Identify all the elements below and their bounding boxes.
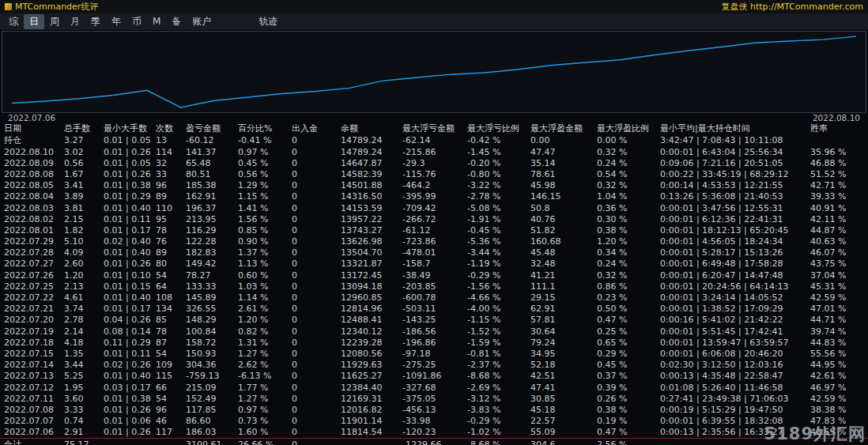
titlebar: MTCommander统评 复盘侠 http://MTCommander.com — [0, 0, 868, 13]
titlebar-website-link[interactable]: 复盘侠 http://MTCommander.com — [721, 0, 863, 13]
equity-curve-svg — [2, 32, 866, 112]
column-header-2[interactable]: 总手数 — [60, 123, 100, 134]
table-row[interactable]: 2022.07.121.950.03 | 0.1766215.091.77 %0… — [0, 382, 868, 393]
column-header-4[interactable]: 次数 — [152, 123, 182, 134]
menu-item-4[interactable]: 月 — [65, 14, 85, 29]
menu-item-2[interactable]: 日 — [24, 14, 44, 29]
column-header-3[interactable]: 最小大手数 — [100, 123, 152, 134]
column-header-13[interactable]: 最小平均|最大持仓时间 — [656, 123, 806, 134]
menu-item-1[interactable]: 综 — [3, 14, 24, 29]
table-row[interactable]: 2022.07.284.090.01 | 0.4089182.831.37 %0… — [0, 247, 868, 258]
menu-item-5[interactable]: 季 — [85, 14, 106, 29]
menu-item-9[interactable]: 备 — [166, 14, 187, 29]
app-title: MTCommander统评 — [15, 0, 98, 13]
table-row[interactable]: 2022.08.090.560.01 | 0.053265.480.45 %01… — [0, 157, 868, 168]
table-row[interactable]: 2022.07.151.350.01 | 0.1154150.931.27 %0… — [0, 348, 868, 359]
menu-item-11[interactable]: 轨迹 — [253, 14, 283, 29]
column-header-14[interactable]: 胜率 — [806, 123, 868, 134]
table-row[interactable]: 2022.07.202.780.04 | 0.2685148.291.20 %0… — [0, 315, 868, 326]
column-header-12[interactable]: 最大浮盈比例 — [593, 123, 656, 134]
app-icon — [5, 3, 12, 10]
table-row[interactable]: 2022.08.022.150.01 | 0.1195213.951.56 %0… — [0, 213, 868, 224]
stats-table: 日期总手数最小大手数次数盈亏金额百分比%出入金余额最大浮亏金额最大浮亏比例最大浮… — [0, 123, 868, 445]
table-row[interactable]: 2022.08.081.670.01 | 0.263380.510.56 %01… — [0, 168, 868, 179]
table-row[interactable]: 2022.08.043.890.01 | 0.2989162.911.15 %0… — [0, 191, 868, 202]
menu-item-8[interactable]: M — [147, 14, 166, 29]
axis-start-date: 2022.07.06 — [8, 113, 55, 123]
total-row[interactable]: 合计75.173100.6126.66 %0-1229.66-8.68 %304… — [0, 438, 868, 445]
table-row[interactable]: 2022.07.192.140.08 | 0.1478100.840.82 %0… — [0, 326, 868, 337]
table-row[interactable]: 2022.07.083.330.01 | 0.2696117.850.97 %0… — [0, 404, 868, 415]
equity-curve-line — [12, 36, 856, 107]
table-row[interactable]: 2022.07.224.610.01 | 0.40108145.891.14 %… — [0, 292, 868, 303]
column-header-10[interactable]: 最大浮亏比例 — [463, 123, 526, 134]
table-row[interactable]: 2022.07.295.100.02 | 0.4076122.280.90 %0… — [0, 236, 868, 247]
table-row[interactable]: 2022.07.113.600.01 | 0.3854152.491.27 %0… — [0, 393, 868, 404]
table-row[interactable]: 2022.08.053.410.01 | 0.3896185.381.29 %0… — [0, 180, 868, 191]
table-row[interactable]: 2022.08.011.820.01 | 0.1778116.290.85 %0… — [0, 224, 868, 236]
table-row[interactable]: 2022.08.103.020.01 | 0.26114141.370.97 %… — [0, 146, 868, 157]
table-row[interactable]: 2022.07.135.250.01 | 0.40115-759.13-6.13… — [0, 371, 868, 382]
column-header-11[interactable]: 最大浮盈金额 — [526, 123, 593, 134]
table-header-row: 日期总手数最小大手数次数盈亏金额百分比%出入金余额最大浮亏金额最大浮亏比例最大浮… — [0, 123, 868, 134]
watermark: 5189外汇网 — [764, 423, 866, 445]
column-header-8[interactable]: 余额 — [337, 123, 398, 134]
titlebar-left: MTCommander统评 — [5, 0, 98, 13]
column-header-7[interactable]: 出入金 — [288, 123, 337, 134]
table-row[interactable]: 2022.07.252.130.01 | 0.1564133.331.03 %0… — [0, 281, 868, 292]
column-header-5[interactable]: 盈亏金额 — [182, 123, 234, 134]
table-row[interactable]: 2022.07.184.180.11 | 0.2987158.721.31 %0… — [0, 337, 868, 348]
menu-item-10[interactable]: 账户 — [187, 14, 217, 29]
table-row[interactable]: 2022.07.070.740.01 | 0.064686.600.73 %01… — [0, 416, 868, 427]
menu-item-6[interactable]: 年 — [106, 14, 126, 29]
menu-item-7[interactable]: 币 — [126, 14, 147, 29]
column-header-1[interactable]: 日期 — [0, 123, 60, 134]
equity-chart[interactable] — [2, 31, 866, 113]
menubar: 综日周月季年币M备账户轨迹 — [0, 13, 868, 31]
table-body: 持仓3.270.01 | 0.0513-60.12-0.41 %014789.2… — [0, 134, 868, 445]
column-header-6[interactable]: 百分比% — [234, 123, 288, 134]
table-row[interactable]: 2022.08.033.810.01 | 0.40110196.371.41 %… — [0, 202, 868, 213]
axis-end-date: 2022.08.10 — [813, 113, 860, 123]
table-row[interactable]: 2022.07.143.440.02 | 0.26109304.362.62 %… — [0, 360, 868, 371]
table-row[interactable]: 持仓3.270.01 | 0.0513-60.12-0.41 %014789.2… — [0, 134, 868, 146]
chart-axis-labels: 2022.07.06 2022.08.10 — [0, 113, 868, 123]
menu-item-3[interactable]: 周 — [44, 14, 65, 29]
table-row[interactable]: 2022.07.062.910.01 | 0.26117186.031.60 %… — [0, 427, 868, 439]
table-row[interactable]: 2022.07.213.740.01 | 0.17134326.552.61 %… — [0, 304, 868, 315]
column-header-9[interactable]: 最大浮亏金额 — [398, 123, 463, 134]
table-row[interactable]: 2022.07.272.600.01 | 0.2680149.421.13 %0… — [0, 258, 868, 270]
table-row[interactable]: 2022.07.261.200.01 | 0.105478.270.60 %01… — [0, 270, 868, 281]
